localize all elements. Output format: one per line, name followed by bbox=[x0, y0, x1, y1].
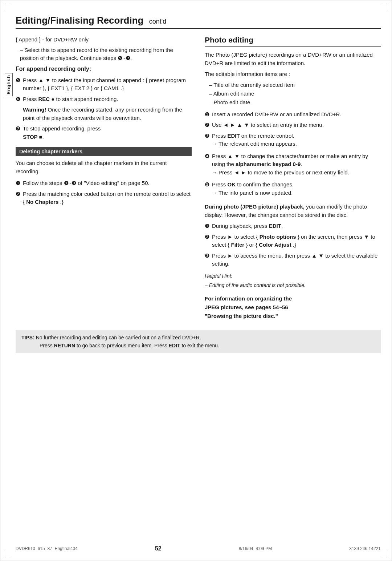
append-steps-list: ❺ Press ▲ ▼ to select the input channel … bbox=[16, 76, 192, 141]
deleting-steps-list: ❶ Follow the steps ❶~❸ of "Video editing… bbox=[16, 179, 192, 206]
photo-step-5: ❺ Press OK to confirm the changes. → The… bbox=[205, 181, 381, 198]
append-step-warning: Warning! Once the recording started, any… bbox=[16, 106, 192, 122]
deleting-chapter-heading: Deleting chapter markers bbox=[16, 147, 192, 156]
footer-page-num: 52 bbox=[155, 545, 162, 552]
for-append-heading: For append recording only: bbox=[16, 65, 192, 73]
corner-tl bbox=[5, 5, 11, 11]
right-column: Photo editing The Photo (JPEG picture) r… bbox=[205, 36, 381, 323]
page-outer: English Editing/Finalising Recording con… bbox=[0, 0, 392, 561]
photo-step-2: ❷ Use ◄ ► ▲ ▼ to select an entry in the … bbox=[205, 121, 381, 129]
corner-tr bbox=[381, 5, 387, 11]
for-info-text: For information on organizing the JPEG p… bbox=[205, 294, 381, 320]
tips-indent: Press RETURN to go back to previous menu… bbox=[40, 343, 219, 348]
photo-step-3: ❸ Press EDIT on the remote control. → Th… bbox=[205, 132, 381, 150]
append-step-6: ❻ Press REC ● to start append recording. bbox=[16, 95, 192, 104]
footer-left: DVDR610_615_37_Engfinal434 bbox=[16, 546, 78, 551]
photo-step-4: ❹ Press ▲ ▼ to change the character/numb… bbox=[205, 152, 381, 178]
photo-item-1: Title of the currently selected item bbox=[209, 81, 381, 89]
photo-item-2: Album edit name bbox=[209, 89, 381, 98]
deleting-step-1: ❶ Follow the steps ❶~❸ of "Video editing… bbox=[16, 179, 192, 187]
two-column-layout: { Append } - for DVD+RW only – Select th… bbox=[16, 36, 381, 323]
left-column: { Append } - for DVD+RW only – Select th… bbox=[16, 36, 192, 323]
append-step-7: ❼ To stop append recording, pressSTOP ■. bbox=[16, 125, 192, 141]
page-title: Editing/Finalising Recording cont'd bbox=[16, 15, 381, 29]
during-playback-heading: During photo (JPEG picture) playback, yo… bbox=[205, 203, 381, 219]
deleting-step-2: ❷ Press the matching color coded button … bbox=[16, 190, 192, 206]
tips-label: TIPS: bbox=[21, 335, 34, 340]
helpful-hint-label: Helpful Hint: bbox=[205, 273, 381, 280]
tips-box: TIPS: No further recording and editing c… bbox=[16, 330, 381, 354]
deleting-desc: You can choose to delete all the chapter… bbox=[16, 159, 192, 175]
during-step-3: ❸ Press ► to access the menu, then press… bbox=[205, 252, 381, 268]
during-steps-list: ❶ During playback, press EDIT. ❷ Press ►… bbox=[205, 222, 381, 268]
append-desc: – Select this to append record to the ex… bbox=[20, 46, 192, 62]
photo-items-list: Title of the currently selected item Alb… bbox=[205, 81, 381, 107]
footer-doc-num: 3139 246 14221 bbox=[349, 546, 381, 551]
during-step-2: ❷ Press ► to select { Photo options } on… bbox=[205, 233, 381, 249]
append-label: { Append } - for DVD+RW only bbox=[16, 36, 192, 44]
photo-steps-list: ❶ Insert a recorded DVD+RW or an unfinal… bbox=[205, 110, 381, 199]
append-step-5: ❺ Press ▲ ▼ to select the input channel … bbox=[16, 76, 192, 93]
photo-editing-title: Photo editing bbox=[205, 36, 381, 47]
page-content: Editing/Finalising Recording cont'd { Ap… bbox=[16, 0, 381, 375]
page-footer: DVDR610_615_37_Engfinal434 52 8/16/04, 4… bbox=[0, 545, 392, 552]
photo-item-3: Photo edit date bbox=[209, 98, 381, 107]
photo-step-1: ❶ Insert a recorded DVD+RW or an unfinal… bbox=[205, 110, 381, 119]
footer-date: 8/16/04, 4:09 PM bbox=[239, 546, 272, 551]
sidebar-english-label: English bbox=[5, 73, 13, 96]
helpful-hint-text: – Editing of the audio content is not po… bbox=[205, 282, 381, 289]
during-step-1: ❶ During playback, press EDIT. bbox=[205, 222, 381, 230]
photo-intro1: The Photo (JPEG picture) recordings on a… bbox=[205, 51, 381, 67]
photo-intro2: The editable information items are : bbox=[205, 70, 381, 78]
tips-line1: No further recording and editing can be … bbox=[36, 335, 201, 340]
